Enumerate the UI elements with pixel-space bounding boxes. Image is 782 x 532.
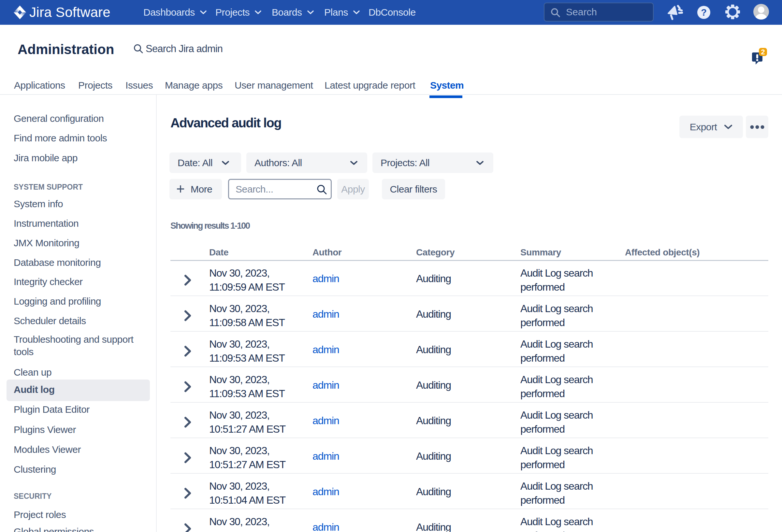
svg-text:2: 2 [761, 48, 765, 56]
